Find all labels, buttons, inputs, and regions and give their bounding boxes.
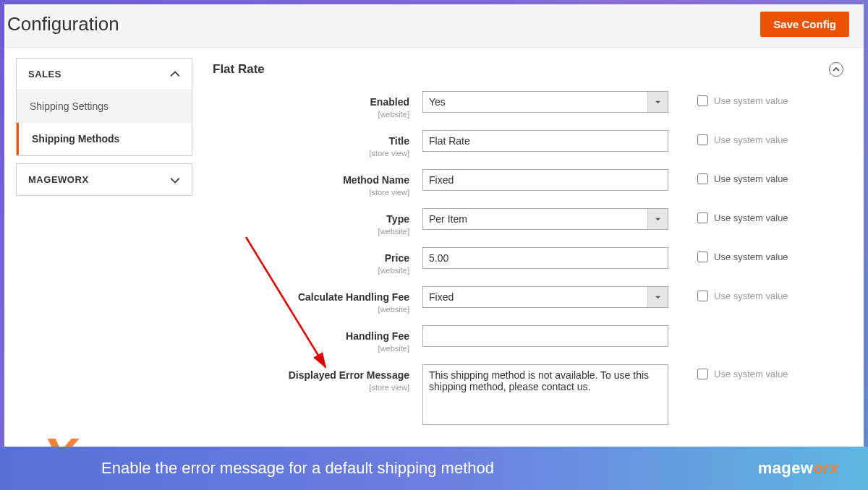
sidebar-group-label: SALES bbox=[28, 69, 61, 79]
use-system-checkbox-method[interactable] bbox=[697, 173, 708, 184]
use-system-label: Use system value bbox=[714, 173, 788, 184]
enabled-select[interactable]: Yes bbox=[422, 91, 668, 113]
field-row-error-message: Displayed Error Message [store view] Thi… bbox=[213, 364, 843, 428]
field-label: Calculate Handling Fee bbox=[298, 291, 409, 303]
select-value: Fixed bbox=[423, 287, 647, 307]
field-row-type: Type [website] Per Item Use system value bbox=[213, 208, 843, 236]
calc-handling-select[interactable]: Fixed bbox=[422, 286, 668, 308]
use-system-checkbox-enabled[interactable] bbox=[697, 95, 708, 106]
sidebar-group-sales: SALES Shipping Settings Shipping Methods bbox=[16, 58, 192, 156]
sidebar-group-mageworx: MAGEWORX bbox=[16, 163, 192, 196]
brand-part2: orx bbox=[813, 459, 839, 477]
sidebar-group-header-sales[interactable]: SALES bbox=[17, 59, 192, 90]
chevron-down-icon bbox=[170, 175, 180, 185]
field-label: Type bbox=[386, 213, 409, 225]
title-input[interactable] bbox=[422, 130, 668, 152]
field-label: Title bbox=[388, 135, 409, 147]
field-row-calc-handling: Calculate Handling Fee [website] Fixed U… bbox=[213, 286, 843, 314]
config-sidebar: SALES Shipping Settings Shipping Methods… bbox=[4, 48, 200, 447]
field-row-handling-fee: Handling Fee [website] bbox=[213, 325, 843, 353]
caption-text: Enable the error message for a default s… bbox=[101, 459, 494, 478]
field-row-price: Price [website] Use system value bbox=[213, 247, 843, 275]
caret-down-icon bbox=[647, 287, 668, 307]
use-system-label: Use system value bbox=[714, 95, 788, 106]
field-label: Displayed Error Message bbox=[289, 369, 409, 381]
use-system-checkbox-errmsg[interactable] bbox=[697, 369, 708, 379]
handling-fee-input[interactable] bbox=[422, 325, 668, 347]
use-system-checkbox-type[interactable] bbox=[697, 212, 708, 223]
field-scope: [website] bbox=[213, 266, 409, 275]
select-value: Yes bbox=[423, 92, 647, 112]
sidebar-item-shipping-settings[interactable]: Shipping Settings bbox=[17, 90, 192, 123]
caret-down-icon bbox=[647, 209, 668, 229]
use-system-label: Use system value bbox=[714, 291, 788, 301]
use-system-label: Use system value bbox=[714, 134, 788, 145]
use-system-label: Use system value bbox=[714, 369, 788, 379]
error-message-textarea[interactable]: This shipping method is not available. T… bbox=[422, 364, 668, 425]
price-input[interactable] bbox=[422, 247, 668, 269]
type-select[interactable]: Per Item bbox=[422, 208, 668, 230]
page-title: Configuration bbox=[7, 13, 119, 35]
field-scope: [website] bbox=[213, 344, 409, 353]
field-row-method-name: Method Name [store view] Use system valu… bbox=[213, 169, 843, 197]
field-scope: [website] bbox=[213, 305, 409, 314]
chevron-up-icon bbox=[170, 69, 180, 79]
section-collapse-toggle[interactable] bbox=[829, 62, 843, 77]
sidebar-item-shipping-methods[interactable]: Shipping Methods bbox=[17, 123, 192, 155]
page-header: Configuration Save Config bbox=[4, 4, 864, 48]
field-label: Enabled bbox=[370, 96, 409, 108]
field-scope: [store view] bbox=[213, 149, 409, 158]
sidebar-group-label: MAGEWORX bbox=[28, 174, 89, 185]
field-label: Method Name bbox=[343, 174, 409, 186]
field-scope: [website] bbox=[213, 110, 409, 119]
field-label: Handling Fee bbox=[346, 330, 409, 342]
section-title: Flat Rate bbox=[213, 62, 265, 77]
brand-wordmark: mageworx bbox=[758, 459, 839, 478]
caret-down-icon bbox=[647, 92, 668, 112]
use-system-checkbox-price[interactable] bbox=[697, 252, 708, 262]
caption-bar: Enable the error message for a default s… bbox=[0, 447, 868, 490]
field-row-enabled: Enabled [website] Yes Use system value bbox=[213, 91, 843, 119]
use-system-checkbox-title[interactable] bbox=[697, 134, 708, 145]
field-row-title: Title [store view] Use system value bbox=[213, 130, 843, 158]
config-content: Flat Rate Enabled [website] Yes bbox=[200, 48, 864, 447]
select-value: Per Item bbox=[423, 209, 647, 229]
use-system-label: Use system value bbox=[714, 212, 788, 223]
field-label: Price bbox=[385, 252, 409, 264]
use-system-checkbox-calc[interactable] bbox=[697, 291, 708, 301]
save-config-button[interactable]: Save Config bbox=[760, 12, 849, 37]
use-system-label: Use system value bbox=[714, 252, 788, 262]
field-scope: [store view] bbox=[213, 188, 409, 197]
method-name-input[interactable] bbox=[422, 169, 668, 191]
field-scope: [website] bbox=[213, 227, 409, 236]
field-scope: [store view] bbox=[213, 383, 409, 392]
brand-part1: magew bbox=[758, 459, 814, 477]
sidebar-group-header-mageworx[interactable]: MAGEWORX bbox=[17, 164, 192, 195]
